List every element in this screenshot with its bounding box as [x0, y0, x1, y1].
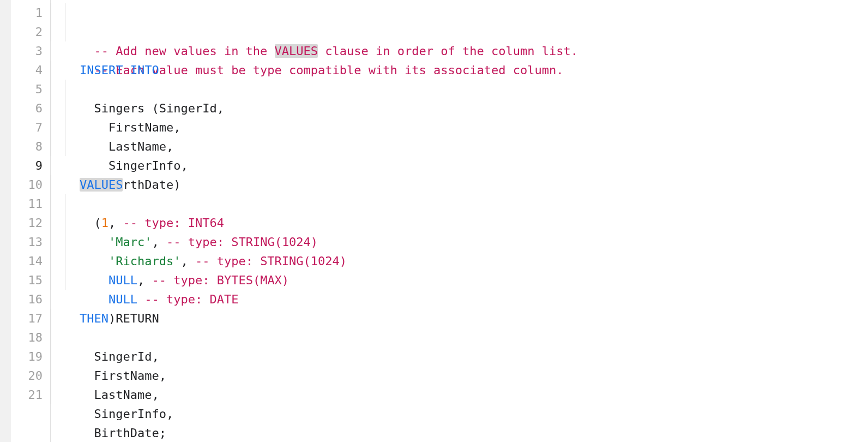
line-number-gutter: 1 2 3 4 5 6 7 8 9 10 11 12 13 14 15 16 1… — [11, 0, 50, 442]
highlighted-match: VALUES — [275, 44, 318, 58]
sql-punct: , — [152, 350, 159, 363]
sql-identifier: LastName — [80, 140, 166, 153]
sql-keyword: INSERT INTO — [80, 63, 159, 77]
code-line[interactable]: SingerInfo, — [51, 366, 868, 385]
sql-string: 'Marc' — [108, 235, 152, 249]
sql-identifier: BirthDate — [80, 426, 159, 440]
sql-null: NULL — [108, 292, 137, 306]
sql-paren: ( — [152, 101, 159, 115]
sql-comment: -- type: STRING(1024) — [166, 235, 318, 249]
sql-comment: -- type: DATE — [144, 292, 238, 306]
sql-identifier: FirstName — [80, 121, 173, 134]
code-line[interactable]: 'Marc', -- type: STRING(1024) — [51, 194, 868, 213]
sql-identifier: Singers — [80, 101, 152, 115]
sql-punct: , — [166, 140, 173, 153]
line-number[interactable]: 5 — [11, 80, 50, 99]
sql-null: NULL — [108, 273, 137, 287]
line-number[interactable]: 21 — [11, 385, 50, 404]
line-number[interactable]: 10 — [11, 175, 50, 194]
line-number[interactable]: 11 — [11, 194, 50, 213]
sql-punct: , — [173, 121, 180, 134]
code-line[interactable]: FirstName, — [51, 80, 868, 99]
sql-identifier: SingerInfo — [80, 407, 166, 421]
sql-paren: ) — [173, 178, 180, 192]
highlighted-match: VALUES — [80, 178, 123, 192]
sql-number: 1 — [101, 216, 108, 230]
sql-comment: -- type: INT64 — [123, 216, 224, 230]
sql-punct: , — [217, 101, 224, 115]
code-editor[interactable]: -- Add new values in the VALUES clause i… — [51, 0, 868, 442]
code-line[interactable]: LastName, — [51, 347, 868, 366]
sql-identifier: SingerId — [159, 101, 217, 115]
line-number-current[interactable]: 9 — [11, 156, 50, 175]
line-number[interactable]: 4 — [11, 61, 50, 80]
sql-punct: , — [159, 369, 166, 383]
sql-comment: -- Add new values in the — [80, 44, 275, 58]
line-number[interactable]: 3 — [11, 41, 50, 61]
line-number[interactable]: 17 — [11, 309, 50, 328]
sql-punct: , — [180, 254, 188, 268]
code-line[interactable]: FirstName, — [51, 328, 868, 347]
code-line[interactable]: BirthDate; — [51, 385, 868, 404]
sql-comment: -- type: BYTES(MAX) — [152, 273, 289, 287]
sql-punct: , — [137, 273, 144, 287]
line-number[interactable]: 12 — [11, 213, 50, 232]
sql-punct: , — [180, 159, 188, 172]
line-number[interactable]: 8 — [11, 137, 50, 156]
code-line[interactable]: SingerId, — [51, 309, 868, 328]
line-number[interactable]: 18 — [11, 328, 50, 347]
line-number[interactable]: 15 — [11, 271, 50, 290]
sql-paren: ( — [94, 216, 101, 230]
sql-identifier: RETURN — [116, 312, 159, 325]
sql-identifier: LastName — [80, 388, 152, 402]
sql-punct: , — [152, 388, 159, 402]
sql-punct: , — [108, 216, 116, 230]
line-number[interactable]: 20 — [11, 366, 50, 385]
line-number[interactable]: 19 — [11, 347, 50, 366]
sql-string: 'Richards' — [108, 254, 180, 268]
sql-identifier: FirstName — [80, 369, 159, 383]
sql-keyword: THEN — [80, 312, 108, 325]
sql-punct: , — [166, 407, 173, 421]
sql-comment: -- type: STRING(1024) — [195, 254, 347, 268]
line-number[interactable]: 6 — [11, 99, 50, 118]
code-line[interactable]: -- Add new values in the VALUES clause i… — [51, 3, 868, 22]
sql-identifier: SingerInfo — [80, 159, 180, 172]
line-number[interactable]: 13 — [11, 232, 50, 252]
line-number[interactable]: 14 — [11, 252, 50, 271]
line-number[interactable]: 16 — [11, 290, 50, 309]
sql-comment: clause in order of the column list. — [318, 44, 578, 58]
sql-punct: ; — [159, 426, 166, 440]
line-number[interactable]: 1 — [11, 3, 50, 22]
code-line[interactable]: -- Each value must be type compatible wi… — [51, 22, 868, 41]
sql-punct: , — [152, 235, 159, 249]
left-margin — [0, 0, 11, 442]
sql-identifier: SingerId — [80, 350, 152, 363]
line-number[interactable]: 2 — [11, 22, 50, 41]
line-number[interactable]: 7 — [11, 118, 50, 137]
